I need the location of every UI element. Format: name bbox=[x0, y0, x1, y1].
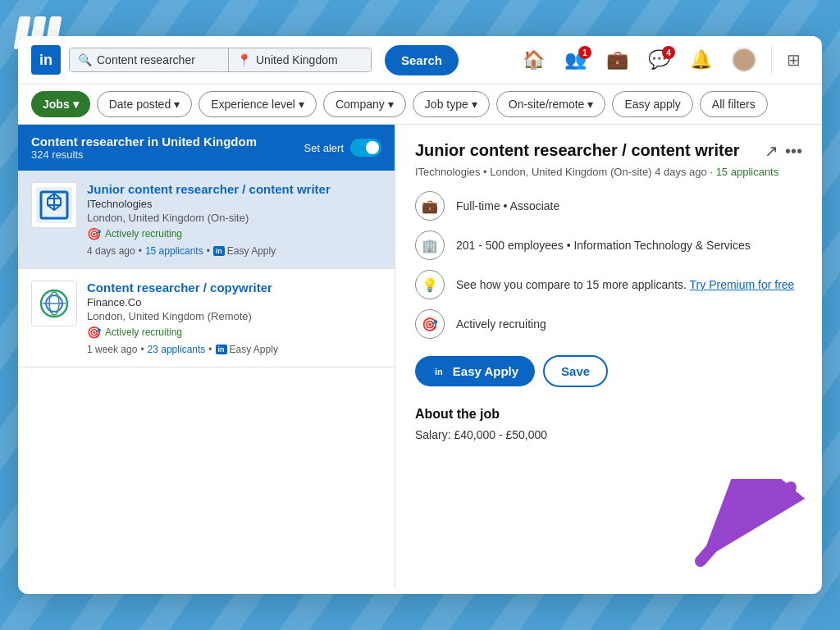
filter-easy-apply[interactable]: Easy apply bbox=[612, 91, 692, 117]
job-detail-title: Junior content researcher / content writ… bbox=[415, 141, 755, 160]
company-name-2: Finance.Co bbox=[87, 296, 381, 308]
recruiting-text-1: Actively recruiting bbox=[105, 228, 182, 240]
jobs-icon: 💼 bbox=[606, 49, 628, 71]
posted-text: 4 days ago · bbox=[655, 166, 715, 178]
main-content: Content researcher in United Kingdom 324… bbox=[18, 125, 822, 588]
search-button[interactable]: Search bbox=[385, 45, 459, 75]
location-icon: 📍 bbox=[237, 53, 251, 66]
set-alert-label: Set alert bbox=[304, 142, 344, 154]
lightbulb-icon: 💡 bbox=[415, 270, 445, 299]
share-icon[interactable]: ↗ bbox=[765, 141, 778, 161]
premium-text: See how you compare to 15 more applicant… bbox=[456, 278, 794, 291]
grid-icon[interactable]: ⊞ bbox=[778, 45, 809, 75]
nav-network[interactable]: 👥 1 bbox=[556, 46, 595, 74]
jobs-chevron-icon: ▾ bbox=[73, 98, 79, 111]
recruiting-icon-1: 🎯 bbox=[87, 227, 101, 240]
main-card: in 🔍 📍 Search 🏠 👥 1 💼 bbox=[18, 36, 822, 594]
set-alert[interactable]: Set alert bbox=[304, 139, 381, 157]
job-info-1: Junior content researcher / content writ… bbox=[87, 182, 381, 257]
applicants-link-1[interactable]: 15 applicants bbox=[145, 245, 203, 257]
company-location-text: ITechnologies • London, United Kingdom (… bbox=[415, 166, 652, 178]
target-icon: 🎯 bbox=[415, 309, 445, 339]
recruiting-badge-1: 🎯 Actively recruiting bbox=[87, 227, 381, 240]
jobs-label: Jobs bbox=[43, 98, 70, 111]
nav-icons: 🏠 👥 1 💼 💬 4 🔔 ⊞ bbox=[514, 44, 809, 75]
job-meta-1: 4 days ago • 15 applicants • in Easy App… bbox=[87, 245, 381, 257]
search-job-field: 🔍 bbox=[70, 48, 229, 71]
action-buttons: in Easy Apply Save bbox=[415, 355, 802, 387]
left-panel-header: Content researcher in United Kingdom 324… bbox=[18, 125, 395, 171]
nav-avatar[interactable] bbox=[724, 44, 765, 75]
job-card-2[interactable]: Content researcher / copywriter Finance.… bbox=[18, 269, 395, 368]
on-site-remote-label: On-site/remote bbox=[509, 98, 585, 111]
easy-apply-tag-2: in Easy Apply bbox=[216, 344, 278, 355]
li-logo-1: in bbox=[213, 246, 225, 256]
company-chevron-icon: ▾ bbox=[388, 98, 394, 111]
nav-notifications[interactable]: 🔔 bbox=[682, 46, 720, 74]
detail-row-recruiting: 🎯 Actively recruiting bbox=[415, 309, 802, 339]
company-logo-1 bbox=[31, 182, 77, 228]
detail-row-premium: 💡 See how you compare to 15 more applica… bbox=[415, 270, 802, 299]
filter-experience-level[interactable]: Experience level ▾ bbox=[199, 91, 317, 117]
navbar: in 🔍 📍 Search 🏠 👥 1 💼 bbox=[18, 36, 822, 84]
company-size-text: 201 - 500 employees • Information Techno… bbox=[456, 239, 751, 252]
applicants-link-2[interactable]: 23 applicants bbox=[148, 344, 206, 355]
actively-recruiting-text: Actively recruiting bbox=[456, 317, 546, 331]
job-type-chevron-icon: ▾ bbox=[472, 98, 477, 111]
job-detail-meta: ITechnologies • London, United Kingdom (… bbox=[415, 166, 802, 178]
company-name-1: ITechnologies bbox=[87, 198, 381, 210]
filter-all-filters[interactable]: All filters bbox=[700, 91, 768, 117]
home-icon: 🏠 bbox=[523, 49, 545, 71]
search-icon: 🔍 bbox=[78, 53, 92, 66]
easy-apply-text-1: Easy Apply bbox=[227, 245, 276, 257]
job-card-1[interactable]: Junior content researcher / content writ… bbox=[18, 171, 395, 269]
nav-messaging[interactable]: 💬 4 bbox=[640, 46, 678, 74]
location-input[interactable] bbox=[256, 53, 363, 66]
li-logo-2: in bbox=[216, 345, 227, 354]
nav-jobs[interactable]: 💼 bbox=[598, 46, 637, 74]
search-location-field: 📍 bbox=[229, 48, 371, 71]
jobs-button[interactable]: Jobs ▾ bbox=[31, 91, 90, 117]
search-title: Content researcher in United Kingdom bbox=[31, 135, 257, 148]
job-type-label: Job type bbox=[425, 98, 468, 111]
easy-apply-text-2: Easy Apply bbox=[230, 344, 278, 355]
briefcase-icon: 💼 bbox=[415, 191, 445, 221]
employment-text: Full-time • Associate bbox=[456, 199, 559, 212]
save-button[interactable]: Save bbox=[543, 355, 608, 387]
job-detail-header: Junior content researcher / content writ… bbox=[415, 141, 802, 161]
search-input[interactable] bbox=[97, 53, 220, 66]
date-posted-chevron-icon: ▾ bbox=[174, 98, 180, 111]
job-detail-actions: ↗ ••• bbox=[765, 141, 802, 161]
right-panel: Junior content researcher / content writ… bbox=[395, 125, 822, 588]
recruiting-badge-2: 🎯 Actively recruiting bbox=[87, 326, 381, 339]
more-options-icon[interactable]: ••• bbox=[785, 142, 802, 161]
about-job-heading: About the job bbox=[415, 407, 802, 422]
job-title-link-1[interactable]: Junior content researcher / content writ… bbox=[87, 182, 381, 196]
filter-bar: Jobs ▾ Date posted ▾ Experience level ▾ … bbox=[18, 84, 822, 125]
filter-job-type[interactable]: Job type ▾ bbox=[413, 91, 490, 117]
filter-company[interactable]: Company ▾ bbox=[323, 91, 406, 117]
easy-apply-tag-1: in Easy Apply bbox=[213, 245, 276, 257]
posted-1: 4 days ago bbox=[87, 245, 135, 257]
recruiting-icon-2: 🎯 bbox=[87, 326, 101, 339]
easy-apply-button[interactable]: in Easy Apply bbox=[415, 356, 535, 386]
result-count: 324 results bbox=[31, 148, 257, 161]
search-group: 🔍 📍 bbox=[69, 48, 372, 72]
building-icon: 🏢 bbox=[415, 231, 445, 260]
left-panel: Content researcher in United Kingdom 324… bbox=[18, 125, 395, 588]
filter-on-site-remote[interactable]: On-site/remote ▾ bbox=[496, 91, 606, 117]
posted-2: 1 week ago bbox=[87, 344, 137, 355]
filter-date-posted[interactable]: Date posted ▾ bbox=[97, 91, 193, 117]
location-2: London, United Kingdom (Remote) bbox=[87, 310, 381, 322]
premium-link[interactable]: Try Premium for free bbox=[690, 278, 795, 291]
location-1: London, United Kingdom (On-site) bbox=[87, 212, 381, 224]
easy-apply-button-label: Easy Apply bbox=[453, 364, 518, 378]
network-badge: 1 bbox=[578, 46, 591, 59]
nav-home[interactable]: 🏠 bbox=[514, 46, 553, 74]
applicants-highlight: 15 applicants bbox=[716, 166, 779, 178]
search-summary: Content researcher in United Kingdom 324… bbox=[31, 135, 257, 161]
li-logo-action: in bbox=[431, 365, 446, 378]
date-posted-label: Date posted bbox=[109, 98, 171, 111]
job-title-link-2[interactable]: Content researcher / copywriter bbox=[87, 281, 381, 294]
alert-toggle[interactable] bbox=[350, 139, 381, 157]
